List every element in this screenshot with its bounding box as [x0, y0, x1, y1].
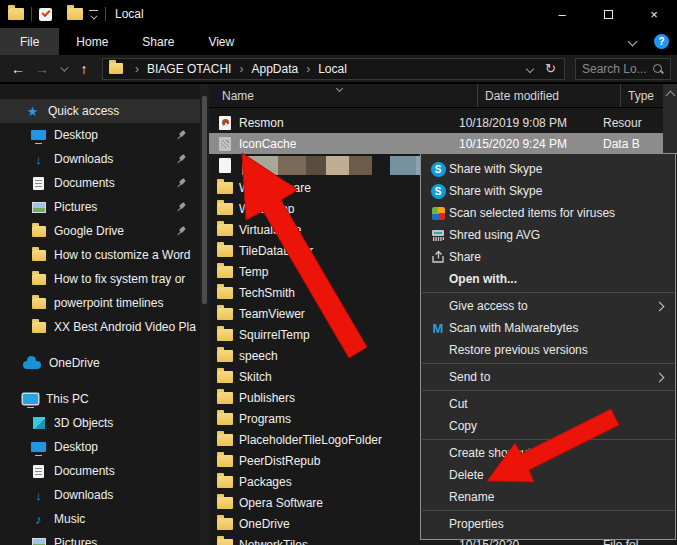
sidebar-item-xx-best-android[interactable]: XX Best Android Video Pla	[0, 315, 200, 339]
thumbnail-swatch	[306, 156, 326, 175]
address-dropdown-icon[interactable]	[526, 64, 534, 72]
folder-icon	[217, 287, 233, 299]
folder-icon	[217, 476, 233, 488]
qat-folder-icon[interactable]	[67, 8, 83, 20]
forward-button[interactable]: →	[32, 61, 52, 77]
folder-icon	[217, 434, 233, 446]
close-button[interactable]: ×	[631, 0, 677, 28]
menu-item-share-with-skype-1[interactable]: S Share with Skype	[421, 158, 675, 180]
menu-item-give-access-to[interactable]: Give access to	[421, 295, 675, 317]
thumbnail-swatch	[242, 156, 278, 175]
scroll-up-icon[interactable]	[665, 91, 675, 101]
sidebar-item-desktop[interactable]: Desktop	[0, 123, 200, 147]
recent-locations-icon[interactable]	[60, 63, 68, 71]
pin-icon	[174, 224, 188, 238]
folder-icon	[217, 392, 233, 404]
menu-item-create-shortcut[interactable]: Create shortcut	[421, 442, 675, 464]
sidebar-item-quick-access[interactable]: ★ Quick access	[0, 99, 200, 123]
downloads-icon: ↓	[35, 488, 42, 503]
folder-icon	[217, 182, 233, 194]
sidebar-item-pc-music[interactable]: ♪ Music	[0, 507, 200, 531]
breadcrumb-user[interactable]: BIAGE OTACHI	[147, 62, 231, 76]
search-input[interactable]: Search Lo...	[575, 58, 671, 80]
folder-icon	[217, 455, 233, 467]
sidebar-item-how-to-fix[interactable]: How to fix system tray or	[0, 267, 200, 291]
music-icon: ♪	[35, 512, 42, 527]
sidebar-item-powerpoint-timelines[interactable]: powerpoint timelines	[0, 291, 200, 315]
menu-item-share-with-skype-2[interactable]: S Share with Skype	[421, 180, 675, 202]
sidebar-scrollbar-thumb[interactable]	[202, 96, 207, 304]
menu-item-scan-with-malwarebytes[interactable]: M Scan with Malwarebytes	[421, 317, 675, 339]
expand-ribbon-icon[interactable]	[628, 37, 638, 47]
folder-icon	[217, 371, 233, 383]
sidebar-item-pc-desktop[interactable]: Desktop	[0, 435, 200, 459]
menu-item-copy[interactable]: Copy	[421, 415, 675, 437]
menu-item-open-with[interactable]: Open with...	[421, 268, 675, 290]
help-icon[interactable]: ?	[654, 34, 669, 49]
sidebar-item-pc-documents[interactable]: Documents	[0, 459, 200, 483]
ribbon-tabs: File Home Share View ?	[0, 28, 677, 55]
tab-view[interactable]: View	[191, 28, 251, 55]
file-list-scrollbar[interactable]	[663, 84, 677, 153]
downloads-icon: ↓	[35, 152, 42, 167]
menu-item-send-to[interactable]: Send to	[421, 366, 675, 388]
menu-item-restore-previous-versions[interactable]: Restore previous versions	[421, 339, 675, 361]
qat-checkbox-icon[interactable]	[39, 8, 52, 21]
address-bar[interactable]: › BIAGE OTACHI › AppData › Local ↻	[102, 58, 565, 80]
tab-share[interactable]: Share	[125, 28, 191, 55]
breadcrumb-local[interactable]: Local	[318, 62, 347, 76]
column-header-date-modified[interactable]: Date modified	[477, 84, 620, 107]
documents-icon	[33, 177, 44, 190]
documents-icon	[33, 465, 44, 478]
qat-customize-icon[interactable]	[89, 10, 98, 18]
tab-home[interactable]: Home	[59, 28, 125, 55]
sidebar-item-pc-pictures[interactable]: Pictures	[0, 531, 200, 545]
menu-item-cut[interactable]: Cut	[421, 393, 675, 415]
menu-item-rename[interactable]: Rename	[421, 486, 675, 508]
sidebar-item-pictures[interactable]: Pictures	[0, 195, 200, 219]
sidebar-item-documents[interactable]: Documents	[0, 171, 200, 195]
folder-icon	[217, 350, 233, 362]
menu-item-properties[interactable]: Properties	[421, 513, 675, 535]
data-file-icon	[219, 137, 231, 151]
resmon-file-icon	[219, 116, 231, 130]
folder-icon	[217, 539, 233, 545]
sidebar-item-3d-objects[interactable]: 3D Objects	[0, 411, 200, 435]
sidebar-item-how-to-customize[interactable]: How to customize a Word	[0, 243, 200, 267]
sidebar-scrollbar[interactable]	[200, 84, 209, 545]
refresh-icon[interactable]: ↻	[545, 61, 556, 76]
search-icon[interactable]	[652, 63, 664, 75]
file-row-resmon[interactable]: Resmon 10/18/2019 9:08 PM Resour	[209, 112, 677, 133]
titlebar-divider	[105, 7, 106, 21]
menu-item-share[interactable]: Share	[421, 246, 675, 268]
pin-icon	[174, 200, 188, 214]
context-menu: S Share with Skype S Share with Skype Sc…	[420, 153, 676, 540]
pictures-icon	[32, 538, 46, 545]
breadcrumb-appdata[interactable]: AppData	[251, 62, 298, 76]
pin-icon	[174, 128, 188, 142]
folder-icon	[217, 308, 233, 320]
file-row-iconcache-selected[interactable]: IconCache 10/15/2020 9:24 PM Data B	[209, 133, 677, 154]
folder-icon	[217, 203, 233, 215]
menu-item-delete[interactable]: Delete	[421, 464, 675, 486]
navigation-pane: ★ Quick access Desktop ↓ Downloads Docum…	[0, 84, 200, 545]
minimize-button[interactable]: –	[539, 0, 585, 28]
submenu-arrow-icon	[655, 372, 665, 382]
menu-item-shred-using-avg[interactable]: Shred using AVG	[421, 224, 675, 246]
tab-file[interactable]: File	[0, 28, 59, 55]
up-button[interactable]: ↑	[74, 61, 94, 77]
maximize-button[interactable]	[585, 0, 631, 28]
malwarebytes-icon: M	[433, 321, 444, 336]
3d-objects-icon	[33, 417, 45, 429]
sidebar-item-onedrive[interactable]: OneDrive	[0, 351, 200, 375]
sidebar-item-downloads[interactable]: ↓ Downloads	[0, 147, 200, 171]
menu-item-scan-for-viruses[interactable]: Scan selected items for viruses	[421, 202, 675, 224]
sidebar-item-this-pc[interactable]: This PC	[0, 387, 200, 411]
sidebar-item-pc-downloads[interactable]: ↓ Downloads	[0, 483, 200, 507]
sidebar-item-google-drive[interactable]: Google Drive	[0, 219, 200, 243]
thumbnail-swatch	[278, 156, 306, 175]
back-button[interactable]: ←	[8, 61, 28, 77]
thumbnail-swatch	[390, 156, 416, 175]
column-header-name[interactable]: Name	[209, 89, 477, 103]
desktop-icon	[31, 130, 46, 140]
